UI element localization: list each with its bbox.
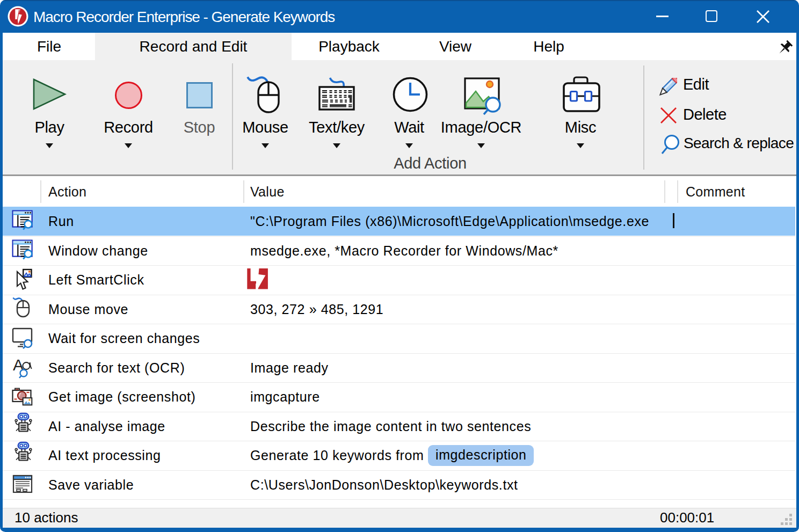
svg-text:A: A: [13, 357, 24, 374]
